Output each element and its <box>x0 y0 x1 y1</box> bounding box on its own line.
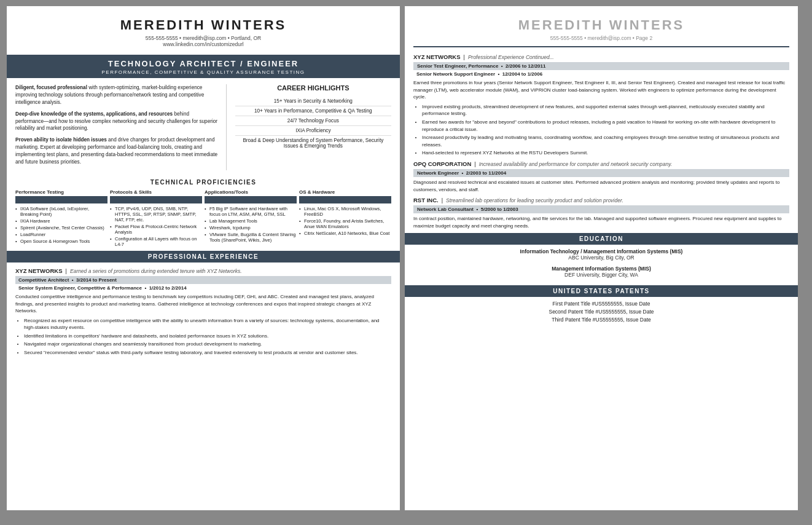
p2-job1-date: 2/2006 to 12/2011 <box>506 63 545 69</box>
p2-xyz-desc: Earned three promotions in four years (S… <box>413 79 789 101</box>
job1-title: Competitive Architect <box>18 277 69 283</box>
p2-rst-name: RST INC. <box>413 197 439 203</box>
job1-date: 3/2014 to Present <box>76 277 117 283</box>
tech-bar <box>205 196 297 203</box>
p2-job2-title: Senior Network Support Engineer <box>416 71 495 77</box>
patent-item: Second Patent Title #US5555555, Issue Da… <box>413 309 789 315</box>
xyz-desc: Conducted competitive intelligence and p… <box>15 293 391 315</box>
patents-header: UNITED STATES PATENTS <box>405 285 798 297</box>
tech-col: Applications/ToolsF5 Big IP Software and… <box>205 189 297 248</box>
edu-degree: Information Technology / Management Info… <box>413 248 789 255</box>
bullet-item: Identified limitations in competitors' h… <box>24 333 391 340</box>
edu-entry: Information Technology / Management Info… <box>413 248 789 261</box>
page1-url: www.linkedin.com/in/customizedurl <box>19 41 388 47</box>
p2-rst-desc: In contract position, maintained hardwar… <box>413 215 789 229</box>
tech-col-title: OS & Hardware <box>299 189 391 195</box>
tech-item: VMware Suite, Bugzilla & Content Sharing… <box>205 232 297 243</box>
page-2: MEREDITH WINTERS 555-555-5555 • meredith… <box>405 6 798 510</box>
page-1: MEREDITH WINTERS 555-555-5555 • meredith… <box>7 6 400 510</box>
tech-col: OS & HardwareLinux, Mac OS X, Microsoft … <box>299 189 391 248</box>
job-title-1: Competitive Architect • 3/2014 to Presen… <box>15 276 391 284</box>
p2-job2-date: 12/2004 to 1/2006 <box>502 71 542 77</box>
edu-entry: Management Information Systems (MIS)DEF … <box>413 266 789 278</box>
p2-xyz-bullets: Improved existing products, streamlined … <box>413 103 789 157</box>
company-xyz: XYZ NETWORKS | Earned a series of promot… <box>15 267 391 274</box>
career-highlights-col: CAREER HIGHLIGHTS 15+ Years in Security … <box>227 84 391 170</box>
bullet-item: Recognized as expert resource on competi… <box>24 317 391 331</box>
p2-rst-job-bar: Network Lab Consultant • 5/2000 to 1/200… <box>413 205 789 213</box>
tech-items: TCP, IPv4/6, UDP, DNS, SMB, NTP, HTTPS, … <box>110 206 202 247</box>
page1-subtitle: PERFORMANCE, COMPETITIVE & QUALITY ASSUR… <box>13 69 394 75</box>
summary-col: Diligent, focused professional with syst… <box>15 84 227 170</box>
tech-header: TECHNICAL PROFICIENCIES <box>15 179 391 186</box>
page2-name: MEREDITH WINTERS <box>417 17 786 33</box>
patents-section: First Patent Title #US5555555, Issue Dat… <box>405 297 798 327</box>
edu-school: ABC University, Big City, OR <box>413 255 789 261</box>
tech-item: Packet Flow & Protocol-Centric Network A… <box>110 224 202 235</box>
career-item: Broad & Deep Understanding of System Per… <box>235 136 391 151</box>
p2-opq-job-bar: Network Engineer • 2/2003 to 11/2004 <box>413 169 789 177</box>
tech-item: Force10, Foundry, and Arista Switches, A… <box>299 218 391 229</box>
p2-opq-tagline: Increased availability and performance f… <box>479 161 673 167</box>
bullet-item: Increased productivity by leading and mo… <box>422 134 789 148</box>
bullet-item: Navigated major organizational changes a… <box>24 341 391 348</box>
p2-job1-title: Senior Test Engineer, Performance <box>417 63 498 69</box>
career-items-container: 15+ Years in Security & Networking10+ Ye… <box>235 97 391 151</box>
page2-header: MEREDITH WINTERS 555-555-5555 • meredith… <box>405 6 798 46</box>
tech-col: Performance TestingIXIA Software (IxLoad… <box>15 189 107 248</box>
p2-job2: Senior Network Support Engineer • 12/200… <box>413 71 789 77</box>
p2-opq-job-date: 2/2003 to 11/2004 <box>466 170 506 176</box>
page2-exp: XYZ NETWORKS | Professional Experience C… <box>405 47 798 233</box>
page1-title: TECHNOLOGY ARCHITECT / ENGINEER <box>13 59 394 68</box>
p2-company-xyz: XYZ NETWORKS | Professional Experience C… <box>413 53 789 60</box>
edu-degree: Management Information Systems (MIS) <box>413 266 789 272</box>
tech-item: Configuration at All Layers with focus o… <box>110 236 202 247</box>
exp-section-header: PROFESSIONAL EXPERIENCE <box>7 251 400 262</box>
p2-opq-name: OPQ CORPORATION <box>413 160 471 167</box>
career-item: 15+ Years in Security & Networking <box>235 97 391 106</box>
tech-col-title: Protocols & Skills <box>110 189 202 195</box>
summary-p2: Deep-dive knowledge of the systems, appl… <box>15 111 219 133</box>
tech-item: Citrix NetScaler, A10 Networks, Blue Coa… <box>299 231 391 236</box>
page1-title-bar: TECHNOLOGY ARCHITECT / ENGINEER PERFORMA… <box>7 55 400 78</box>
tech-bar <box>15 196 107 203</box>
patent-item: Third Patent Title #US5555555, Issue Dat… <box>413 317 789 323</box>
page2-contact: 555-555-5555 • meredith@isp.com • Page 2 <box>417 35 786 41</box>
bullet-item: Improved existing products, streamlined … <box>422 103 789 117</box>
job-title-2: Senior System Engineer, Competitive & Pe… <box>15 285 391 291</box>
tech-item: TCP, IPv4/6, UDP, DNS, SMB, NTP, HTTPS, … <box>110 206 202 223</box>
xyz-bullets: Recognized as expert resource on competi… <box>15 317 391 357</box>
company-xyz-name: XYZ NETWORKS <box>15 267 63 274</box>
p2-company-rst: RST INC. | Streamlined lab operations fo… <box>413 197 789 203</box>
tech-item: Open Source & Homegrown Tools <box>15 239 107 244</box>
main-content: Diligent, focused professional with syst… <box>7 78 400 175</box>
company-xyz-tagline: Earned a series of promotions during ext… <box>70 268 242 274</box>
page1-name: MEREDITH WINTERS <box>19 17 388 33</box>
tech-item: F5 Big IP Software and Hardware with foc… <box>205 206 297 217</box>
p2-company-opq: OPQ CORPORATION | Increased availability… <box>413 160 789 167</box>
tech-bar <box>110 196 202 203</box>
tech-col-title: Performance Testing <box>15 189 107 195</box>
pages-container: MEREDITH WINTERS 555-555-5555 • meredith… <box>7 6 805 510</box>
p2-opq-desc: Diagnosed and resolved technical and esc… <box>413 179 789 193</box>
p2-job1-bar: Senior Test Engineer, Performance • 2/20… <box>413 62 789 70</box>
tech-grid: Performance TestingIXIA Software (IxLoad… <box>15 189 391 248</box>
tech-items: F5 Big IP Software and Hardware with foc… <box>205 206 297 243</box>
edu-section: Information Technology / Management Info… <box>405 245 798 285</box>
summary-p3-bold: Proven ability to isolate hidden issues <box>15 137 107 143</box>
tech-item: LoadRunner <box>15 232 107 237</box>
career-item: IXIA Proficiency <box>235 126 391 136</box>
bullet-item: Secured "recommended vendor" status with… <box>24 349 391 357</box>
page1-header: MEREDITH WINTERS 555-555-5555 • meredith… <box>7 6 400 52</box>
job2-title: Senior System Engineer, Competitive & Pe… <box>18 285 142 291</box>
bullet-item: Hand-selected to represent XYZ Networks … <box>422 149 789 157</box>
tech-col-title: Applications/Tools <box>205 189 297 195</box>
edu-header: EDUCATION <box>405 233 798 245</box>
p2-rst-job-date: 5/2000 to 1/2003 <box>481 207 518 212</box>
bullet-item: Earned two awards for "above and beyond"… <box>422 119 789 133</box>
tech-col: Protocols & SkillsTCP, IPv4/6, UDP, DNS,… <box>110 189 202 248</box>
career-highlights-header: CAREER HIGHLIGHTS <box>235 84 391 92</box>
tech-items: IXIA Software (IxLoad, IxExplorer, Break… <box>15 206 107 244</box>
edu-school: DEF University, Bigger City, WA <box>413 272 789 278</box>
p2-xyz-name: XYZ NETWORKS <box>413 53 461 60</box>
